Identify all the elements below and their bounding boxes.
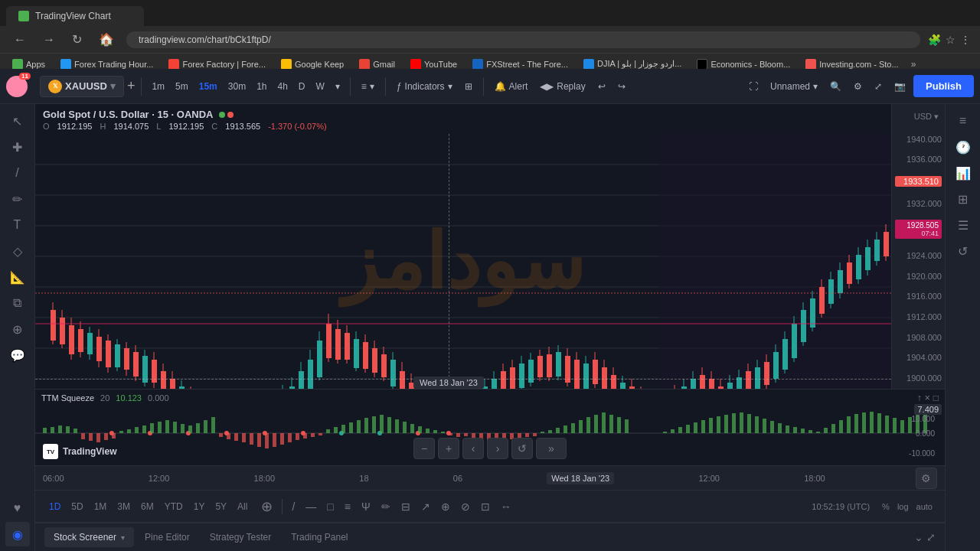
add-symbol-button[interactable]: + — [127, 78, 136, 94]
tab-strategy-tester[interactable]: Strategy Tester — [201, 527, 280, 547]
magnet-tool[interactable]: ⊕ — [5, 317, 30, 341]
alert-button[interactable]: 🔔 Alert — [490, 78, 533, 95]
period-1y[interactable]: 1Y — [189, 498, 210, 515]
back-button[interactable]: ← — [9, 31, 31, 48]
timeframe-15m[interactable]: 15m — [195, 78, 221, 95]
indicators-button[interactable]: ƒ Indicators ▾ — [392, 78, 457, 95]
symbol-selector[interactable]: 𝕏 XAUUSD ▾ — [40, 76, 124, 97]
timeframe-5m[interactable]: 5m — [172, 78, 192, 95]
timeframe-30m[interactable]: 30m — [224, 78, 250, 95]
draw-tool[interactable]: / — [5, 161, 30, 185]
reset-view-btn[interactable]: ↺ — [511, 438, 533, 459]
publish-button[interactable]: Publish — [913, 75, 974, 97]
period-1d[interactable]: 1D — [44, 498, 65, 515]
svg-rect-278 — [548, 430, 552, 433]
right-panel-2[interactable]: 🕐 — [951, 135, 975, 159]
text-tool[interactable]: T — [5, 213, 30, 237]
candlestick-icon: ≡ — [361, 81, 367, 92]
draw-erase-btn[interactable]: ⊡ — [476, 497, 495, 516]
chart-area[interactable]: سودامز — [35, 134, 891, 389]
bottom-panel-minimize-btn[interactable]: ⌄ — [914, 531, 923, 543]
draw-line-btn[interactable]: / — [287, 497, 299, 516]
scroll-right-btn[interactable]: › — [487, 438, 508, 459]
right-panel-3[interactable]: 📊 — [951, 161, 975, 185]
settings-button[interactable]: ⚙ — [849, 78, 867, 95]
time-settings-btn[interactable]: ⚙ — [916, 468, 937, 489]
replay-button[interactable]: ◀▶ Replay — [535, 78, 590, 95]
draw-fibline-btn[interactable]: ≡ — [340, 497, 355, 516]
goto-end-btn[interactable]: » — [536, 438, 567, 459]
bottom-panel-expand-btn[interactable]: ⤢ — [926, 531, 936, 543]
draw-label-btn[interactable]: ⊕ — [436, 497, 455, 516]
log-btn[interactable]: log — [894, 500, 912, 513]
period-1m[interactable]: 1M — [90, 498, 112, 515]
percent-btn[interactable]: % — [879, 500, 893, 513]
auto-btn[interactable]: auto — [913, 500, 936, 513]
cursor-tool[interactable]: ↖ — [5, 109, 30, 133]
draw-rect-btn[interactable]: □ — [322, 497, 338, 516]
market-data-tool[interactable]: ◉ — [5, 522, 30, 546]
forward-button[interactable]: → — [38, 31, 60, 48]
redo-button[interactable]: ↪ — [613, 78, 630, 95]
period-3m[interactable]: 3M — [113, 498, 135, 515]
layout-button[interactable]: ⊞ — [460, 78, 477, 95]
clone-tool[interactable]: ⧉ — [5, 291, 30, 315]
period-ytd[interactable]: YTD — [160, 498, 188, 515]
period-6m[interactable]: 6M — [136, 498, 158, 515]
bookmark-youtube-label: YouTube — [424, 60, 457, 69]
zoom-out-btn[interactable]: − — [413, 438, 435, 459]
url-bar[interactable] — [126, 31, 920, 48]
snapshot-button[interactable]: ⛶ — [744, 78, 763, 95]
draw-pitchfork-btn[interactable]: Ψ — [357, 497, 375, 516]
search-button[interactable]: 🔍 — [825, 78, 846, 95]
timeframe-d[interactable]: D — [295, 78, 309, 95]
browser-tab[interactable]: TradingView Chart — [6, 6, 144, 26]
period-all[interactable]: All — [233, 498, 252, 515]
right-panel-1[interactable]: ≡ — [951, 109, 975, 133]
favorite-tool[interactable]: ♥ — [5, 496, 30, 520]
user-avatar[interactable] — [6, 76, 28, 97]
ttm-close-btn[interactable]: × — [925, 393, 930, 403]
fullscreen-button[interactable]: ⤢ — [870, 78, 887, 95]
scroll-left-btn[interactable]: ‹ — [462, 438, 484, 459]
ttm-maximize-btn[interactable]: □ — [933, 393, 939, 403]
period-5d[interactable]: 5D — [67, 498, 87, 515]
right-panel-5[interactable]: ☰ — [951, 213, 975, 237]
chart-type-button[interactable]: ≡ ▾ — [357, 78, 379, 95]
compare-symbol-btn[interactable]: ⊕ — [256, 495, 277, 518]
draw-pencil-btn[interactable]: ✏ — [377, 497, 395, 516]
timeframe-4h[interactable]: 4h — [274, 78, 292, 95]
annotation-tool[interactable]: 💬 — [5, 343, 30, 367]
undo-button[interactable]: ↩ — [593, 78, 610, 95]
bookmarks-more[interactable]: » — [911, 59, 916, 70]
draw-channel-btn[interactable]: ⊟ — [397, 497, 415, 516]
chart-name-button[interactable]: Unnamed ▾ — [766, 78, 822, 95]
star-button[interactable]: ☆ — [946, 34, 956, 46]
draw-ray-btn[interactable]: — — [301, 497, 321, 516]
period-5y[interactable]: 5Y — [211, 498, 231, 515]
crosshair-tool[interactable]: ✚ — [5, 135, 30, 159]
timeframe-1m[interactable]: 1m — [148, 78, 168, 95]
shapes-tool[interactable]: ◇ — [5, 239, 30, 263]
tab-stock-screener[interactable]: Stock Screener ▾ — [44, 527, 134, 547]
timeframe-w[interactable]: W — [312, 78, 328, 95]
right-panel-6[interactable]: ↺ — [951, 239, 975, 263]
zoom-in-btn[interactable]: + — [438, 438, 459, 459]
extensions-button[interactable]: 🧩 — [928, 34, 941, 46]
timeframe-more[interactable]: ▾ — [332, 78, 344, 95]
pencil-tool[interactable]: ✏ — [5, 187, 30, 211]
ttm-expand-btn[interactable]: ↑ — [917, 393, 922, 403]
tab-pine-editor[interactable]: Pine Editor — [136, 527, 199, 547]
tab-trading-panel[interactable]: Trading Panel — [282, 527, 357, 547]
right-panel-4[interactable]: ⊞ — [951, 187, 975, 211]
menu-button[interactable]: ⋮ — [960, 34, 971, 46]
draw-more-btn[interactable]: ⊘ — [456, 497, 475, 516]
tradingview-app: 𝕏 XAUUSD ▾ + 1m 5m 15m 30m 1h 4h D W ▾ ≡… — [0, 69, 980, 551]
camera-button[interactable]: 📷 — [890, 78, 910, 95]
ruler-tool[interactable]: 📐 — [5, 265, 30, 289]
draw-measure-btn[interactable]: ↔ — [496, 497, 516, 516]
timeframe-1h[interactable]: 1h — [253, 78, 270, 95]
home-button[interactable]: 🏠 — [94, 31, 119, 48]
draw-arrow-btn[interactable]: ↗ — [416, 497, 435, 516]
reload-button[interactable]: ↻ — [67, 31, 87, 48]
